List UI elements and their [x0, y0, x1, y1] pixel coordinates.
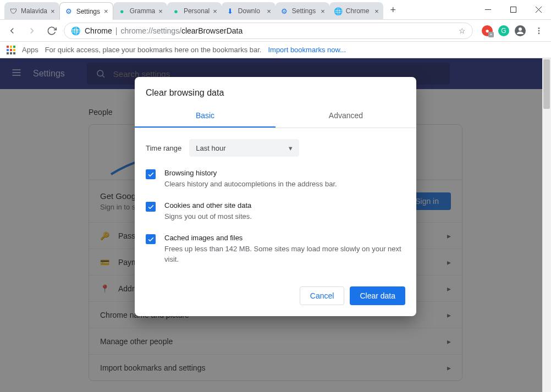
svg-point-6 — [538, 30, 540, 31]
dialog-body: Time range Last hour ▾ Browsing history … — [135, 128, 416, 279]
close-icon[interactable]: × — [104, 8, 108, 15]
close-icon[interactable]: × — [321, 8, 325, 15]
checkbox-title: Browsing history — [164, 169, 337, 177]
kebab-menu-icon[interactable] — [531, 23, 547, 38]
shield-icon: 🛡 — [9, 7, 18, 15]
checkbox[interactable] — [146, 169, 156, 179]
apps-label[interactable]: Apps — [22, 46, 38, 54]
close-window-button[interactable] — [526, 2, 551, 18]
svg-point-7 — [538, 32, 540, 34]
tab-grammarly[interactable]: ●Gramma× — [113, 2, 167, 20]
checkbox[interactable] — [146, 234, 156, 244]
close-icon[interactable]: × — [51, 8, 55, 15]
checkbox-desc: Clears history and autocompletions in th… — [164, 179, 337, 189]
tab-settings-2[interactable]: ⚙Settings× — [276, 2, 329, 20]
forward-button[interactable] — [24, 23, 40, 38]
window-titlebar: 🛡Malavida× ⚙Settings× ●Gramma× ●Personal… — [0, 0, 551, 20]
extensions-area: ●× G — [482, 23, 547, 38]
checkbox-desc: Frees up less than 142 MB. Some sites ma… — [164, 244, 405, 264]
dialog-tabs: Basic Advanced — [135, 104, 416, 128]
cancel-button[interactable]: Cancel — [300, 286, 345, 305]
checkbox-cookies: Cookies and other site data Signs you ou… — [146, 201, 405, 222]
tab-personal[interactable]: ●Personal× — [167, 2, 222, 20]
gear-icon: ⚙ — [64, 7, 73, 16]
back-button[interactable] — [4, 23, 20, 38]
new-tab-button[interactable]: + — [385, 2, 401, 18]
globe-icon: 🌐 — [71, 26, 80, 35]
tab-basic[interactable]: Basic — [135, 104, 276, 128]
grammarly-icon: ● — [172, 7, 180, 15]
extension-icon-1[interactable]: ●× — [482, 25, 493, 36]
scroll-thumb[interactable] — [543, 59, 550, 109]
svg-rect-1 — [510, 7, 516, 13]
checkbox-title: Cached images and files — [164, 234, 405, 242]
reload-button[interactable] — [44, 23, 59, 38]
dialog-title: Clear browsing data — [135, 77, 416, 104]
checkbox-cache: Cached images and files Frees up less th… — [146, 234, 405, 264]
close-icon[interactable]: × — [158, 8, 163, 15]
time-range-select[interactable]: Last hour ▾ — [189, 139, 299, 157]
content-area: Settings People Get Google smarts in Chr… — [0, 58, 551, 392]
close-icon[interactable]: × — [267, 8, 271, 15]
svg-point-4 — [519, 27, 522, 31]
window-controls — [475, 0, 551, 19]
checkbox-browsing-history: Browsing history Clears history and auto… — [146, 169, 405, 189]
profile-avatar-icon[interactable] — [515, 25, 526, 36]
tab-settings-active[interactable]: ⚙Settings× — [59, 2, 113, 20]
minimize-button[interactable] — [475, 2, 500, 18]
grammarly-icon: ● — [118, 7, 126, 15]
grammarly-extension-icon[interactable]: G — [498, 25, 509, 36]
close-icon[interactable]: × — [213, 8, 217, 15]
tab-strip: 🛡Malavida× ⚙Settings× ●Gramma× ●Personal… — [0, 0, 475, 20]
apps-grid-icon[interactable] — [7, 46, 15, 54]
time-range-label: Time range — [146, 144, 181, 152]
close-icon[interactable]: × — [374, 8, 379, 15]
download-icon: ⬇ — [226, 7, 235, 15]
tab-chrome[interactable]: 🌐Chrome× — [329, 2, 383, 20]
chrome-icon: 🌐 — [334, 7, 343, 15]
gear-icon: ⚙ — [280, 7, 289, 15]
dialog-actions: Cancel Clear data — [135, 279, 416, 316]
clear-data-button[interactable]: Clear data — [350, 286, 405, 305]
tab-advanced[interactable]: Advanced — [276, 104, 416, 128]
bookmarks-bar: Apps For quick access, place your bookma… — [0, 42, 551, 58]
tab-malavida[interactable]: 🛡Malavida× — [4, 2, 59, 20]
checkbox[interactable] — [146, 202, 156, 212]
checkbox-desc: Signs you out of most sites. — [164, 212, 252, 222]
browser-toolbar: 🌐 Chrome | chrome://settings/clearBrowse… — [0, 20, 551, 42]
tab-downloads[interactable]: ⬇Downlo× — [222, 2, 276, 20]
address-bar[interactable]: 🌐 Chrome | chrome://settings/clearBrowse… — [64, 23, 473, 39]
clear-browsing-data-dialog: Clear browsing data Basic Advanced Time … — [135, 77, 416, 316]
maximize-button[interactable] — [500, 2, 526, 18]
vertical-scrollbar[interactable] — [542, 58, 551, 392]
checkbox-title: Cookies and other site data — [164, 201, 252, 209]
bookmarks-hint: For quick access, place your bookmarks h… — [45, 46, 262, 54]
star-icon[interactable]: ☆ — [459, 26, 466, 35]
svg-point-5 — [538, 27, 540, 29]
time-range-row: Time range Last hour ▾ — [146, 139, 405, 157]
chevron-down-icon: ▾ — [289, 144, 293, 152]
omnibox-text: Chrome | chrome://settings/clearBrowserD… — [85, 26, 243, 35]
import-bookmarks-link[interactable]: Import bookmarks now... — [268, 46, 346, 54]
